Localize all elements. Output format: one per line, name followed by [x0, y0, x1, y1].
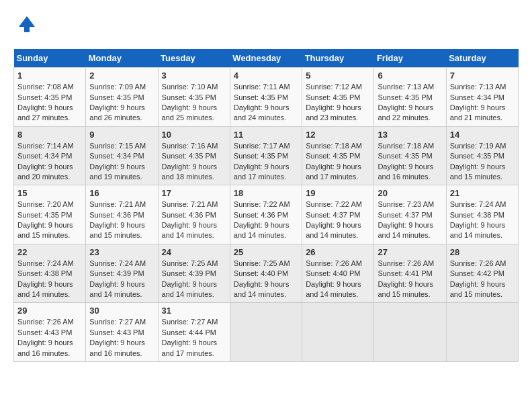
col-header-wednesday: Wednesday: [230, 49, 302, 68]
day-number: 26: [306, 247, 370, 257]
day-number: 5: [306, 71, 370, 81]
col-header-friday: Friday: [374, 49, 446, 68]
col-header-tuesday: Tuesday: [158, 49, 230, 68]
day-cell-18: 18 Sunrise: 7:22 AM Sunset: 4:36 PM Dayl…: [230, 185, 302, 244]
day-number: 3: [162, 71, 226, 81]
empty-cell: [374, 303, 446, 362]
day-cell-31: 31 Sunrise: 7:27 AM Sunset: 4:44 PM Dayl…: [158, 303, 230, 362]
day-info: Sunrise: 7:13 AM Sunset: 4:34 PM Dayligh…: [450, 82, 515, 124]
day-info: Sunrise: 7:23 AM Sunset: 4:37 PM Dayligh…: [378, 199, 442, 241]
day-info: Sunrise: 7:24 AM Sunset: 4:38 PM Dayligh…: [450, 199, 515, 241]
col-header-thursday: Thursday: [302, 49, 374, 68]
day-cell-29: 29 Sunrise: 7:26 AM Sunset: 4:43 PM Dayl…: [14, 303, 86, 362]
day-cell-25: 25 Sunrise: 7:25 AM Sunset: 4:40 PM Dayl…: [230, 244, 302, 303]
logo: [13, 13, 38, 38]
day-number: 9: [89, 130, 154, 140]
day-info: Sunrise: 7:21 AM Sunset: 4:36 PM Dayligh…: [89, 199, 154, 241]
col-header-monday: Monday: [86, 49, 158, 68]
day-number: 4: [234, 71, 298, 81]
day-info: Sunrise: 7:25 AM Sunset: 4:39 PM Dayligh…: [162, 259, 226, 300]
day-cell-8: 8 Sunrise: 7:14 AM Sunset: 4:34 PM Dayli…: [14, 126, 86, 185]
empty-cell: [230, 303, 302, 362]
day-cell-16: 16 Sunrise: 7:21 AM Sunset: 4:36 PM Dayl…: [86, 185, 158, 244]
week-row-3: 15 Sunrise: 7:20 AM Sunset: 4:35 PM Dayl…: [14, 185, 519, 244]
day-cell-20: 20 Sunrise: 7:23 AM Sunset: 4:37 PM Dayl…: [374, 185, 446, 244]
day-info: Sunrise: 7:26 AM Sunset: 4:41 PM Dayligh…: [378, 259, 442, 300]
day-number: 22: [17, 247, 82, 257]
day-cell-28: 28 Sunrise: 7:26 AM Sunset: 4:42 PM Dayl…: [446, 244, 518, 303]
day-number: 15: [17, 188, 82, 198]
col-header-saturday: Saturday: [446, 49, 518, 68]
day-cell-5: 5 Sunrise: 7:12 AM Sunset: 4:35 PM Dayli…: [302, 68, 374, 127]
day-cell-1: 1 Sunrise: 7:08 AM Sunset: 4:35 PM Dayli…: [14, 68, 86, 127]
day-info: Sunrise: 7:16 AM Sunset: 4:35 PM Dayligh…: [162, 141, 226, 183]
week-row-1: 1 Sunrise: 7:08 AM Sunset: 4:35 PM Dayli…: [14, 68, 519, 127]
day-cell-9: 9 Sunrise: 7:15 AM Sunset: 4:34 PM Dayli…: [86, 126, 158, 185]
day-cell-17: 17 Sunrise: 7:21 AM Sunset: 4:36 PM Dayl…: [158, 185, 230, 244]
day-cell-30: 30 Sunrise: 7:27 AM Sunset: 4:43 PM Dayl…: [86, 303, 158, 362]
day-cell-19: 19 Sunrise: 7:22 AM Sunset: 4:37 PM Dayl…: [302, 185, 374, 244]
day-info: Sunrise: 7:14 AM Sunset: 4:34 PM Dayligh…: [17, 141, 82, 183]
calendar-table: SundayMondayTuesdayWednesdayThursdayFrid…: [13, 49, 519, 362]
day-info: Sunrise: 7:19 AM Sunset: 4:35 PM Dayligh…: [450, 141, 515, 183]
day-number: 25: [234, 247, 298, 257]
page-header: [13, 13, 519, 38]
day-number: 18: [234, 188, 298, 198]
svg-marker-0: [19, 16, 35, 32]
day-cell-21: 21 Sunrise: 7:24 AM Sunset: 4:38 PM Dayl…: [446, 185, 518, 244]
col-header-sunday: Sunday: [14, 49, 86, 68]
day-number: 10: [162, 130, 226, 140]
day-info: Sunrise: 7:22 AM Sunset: 4:36 PM Dayligh…: [234, 199, 298, 241]
day-cell-10: 10 Sunrise: 7:16 AM Sunset: 4:35 PM Dayl…: [158, 126, 230, 185]
day-info: Sunrise: 7:13 AM Sunset: 4:35 PM Dayligh…: [378, 82, 442, 124]
day-info: Sunrise: 7:26 AM Sunset: 4:43 PM Dayligh…: [17, 317, 82, 359]
day-cell-14: 14 Sunrise: 7:19 AM Sunset: 4:35 PM Dayl…: [446, 126, 518, 185]
day-number: 20: [378, 188, 442, 198]
day-number: 21: [450, 188, 515, 198]
day-cell-4: 4 Sunrise: 7:11 AM Sunset: 4:35 PM Dayli…: [230, 68, 302, 127]
day-cell-12: 12 Sunrise: 7:18 AM Sunset: 4:35 PM Dayl…: [302, 126, 374, 185]
day-cell-24: 24 Sunrise: 7:25 AM Sunset: 4:39 PM Dayl…: [158, 244, 230, 303]
week-row-5: 29 Sunrise: 7:26 AM Sunset: 4:43 PM Dayl…: [14, 303, 519, 362]
day-cell-22: 22 Sunrise: 7:24 AM Sunset: 4:38 PM Dayl…: [14, 244, 86, 303]
day-number: 28: [450, 247, 515, 257]
week-row-4: 22 Sunrise: 7:24 AM Sunset: 4:38 PM Dayl…: [14, 244, 519, 303]
day-number: 2: [89, 71, 154, 81]
day-cell-27: 27 Sunrise: 7:26 AM Sunset: 4:41 PM Dayl…: [374, 244, 446, 303]
empty-cell: [446, 303, 518, 362]
day-number: 1: [17, 71, 82, 81]
day-info: Sunrise: 7:24 AM Sunset: 4:39 PM Dayligh…: [89, 259, 154, 300]
day-cell-3: 3 Sunrise: 7:10 AM Sunset: 4:35 PM Dayli…: [158, 68, 230, 127]
day-info: Sunrise: 7:09 AM Sunset: 4:35 PM Dayligh…: [89, 82, 154, 124]
day-number: 31: [162, 306, 226, 316]
day-info: Sunrise: 7:27 AM Sunset: 4:44 PM Dayligh…: [162, 317, 226, 359]
day-cell-13: 13 Sunrise: 7:18 AM Sunset: 4:35 PM Dayl…: [374, 126, 446, 185]
day-cell-11: 11 Sunrise: 7:17 AM Sunset: 4:35 PM Dayl…: [230, 126, 302, 185]
day-info: Sunrise: 7:27 AM Sunset: 4:43 PM Dayligh…: [89, 317, 154, 359]
day-cell-6: 6 Sunrise: 7:13 AM Sunset: 4:35 PM Dayli…: [374, 68, 446, 127]
day-number: 19: [306, 188, 370, 198]
logo-icon: [16, 13, 38, 35]
day-info: Sunrise: 7:12 AM Sunset: 4:35 PM Dayligh…: [306, 82, 370, 124]
week-row-2: 8 Sunrise: 7:14 AM Sunset: 4:34 PM Dayli…: [14, 126, 519, 185]
day-info: Sunrise: 7:18 AM Sunset: 4:35 PM Dayligh…: [378, 141, 442, 183]
day-number: 17: [162, 188, 226, 198]
day-number: 29: [17, 306, 82, 316]
day-number: 7: [450, 71, 515, 81]
day-number: 14: [450, 130, 515, 140]
day-number: 12: [306, 130, 370, 140]
day-info: Sunrise: 7:10 AM Sunset: 4:35 PM Dayligh…: [162, 82, 226, 124]
day-cell-26: 26 Sunrise: 7:26 AM Sunset: 4:40 PM Dayl…: [302, 244, 374, 303]
day-info: Sunrise: 7:21 AM Sunset: 4:36 PM Dayligh…: [162, 199, 226, 241]
day-cell-7: 7 Sunrise: 7:13 AM Sunset: 4:34 PM Dayli…: [446, 68, 518, 127]
day-number: 23: [89, 247, 154, 257]
day-info: Sunrise: 7:26 AM Sunset: 4:40 PM Dayligh…: [306, 259, 370, 300]
day-info: Sunrise: 7:08 AM Sunset: 4:35 PM Dayligh…: [17, 82, 82, 124]
day-info: Sunrise: 7:15 AM Sunset: 4:34 PM Dayligh…: [89, 141, 154, 183]
day-number: 8: [17, 130, 82, 140]
day-number: 30: [89, 306, 154, 316]
day-cell-2: 2 Sunrise: 7:09 AM Sunset: 4:35 PM Dayli…: [86, 68, 158, 127]
day-number: 13: [378, 130, 442, 140]
day-info: Sunrise: 7:18 AM Sunset: 4:35 PM Dayligh…: [306, 141, 370, 183]
day-info: Sunrise: 7:17 AM Sunset: 4:35 PM Dayligh…: [234, 141, 298, 183]
